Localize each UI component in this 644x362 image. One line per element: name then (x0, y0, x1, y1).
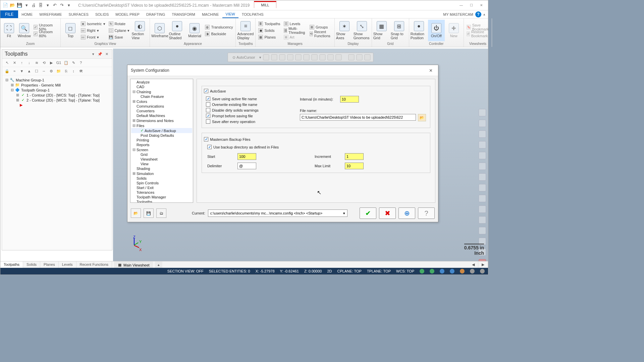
tb-backplot-icon[interactable]: ▶ (48, 60, 54, 66)
interval-input[interactable] (340, 96, 359, 103)
snap-grid-button[interactable]: ⊞Snap to Grid (391, 20, 408, 41)
config-tree[interactable]: Analyze CAD ⊟Chaining Chain Feature ⊞Col… (130, 79, 193, 203)
tb-tri-down-icon[interactable]: ▼ (19, 68, 25, 74)
tb-select-icon[interactable]: ↖ (4, 60, 10, 66)
status-wcs[interactable]: WCS: TOP (396, 269, 414, 273)
onoff-button[interactable]: ⏻On/Off (428, 20, 445, 41)
ac-btn-3[interactable] (279, 54, 285, 60)
saveas-config-button[interactable]: 🗂 (156, 208, 166, 218)
ac-btn-9[interactable] (328, 54, 334, 60)
backup-usedir-checkbox[interactable] (207, 145, 212, 149)
overwrite-checkbox[interactable] (206, 102, 210, 107)
menu-modelprep[interactable]: MODEL PREP (112, 10, 143, 18)
status-section[interactable]: SECTION VIEW: OFF (167, 269, 204, 273)
save-bookmark-button[interactable]: 🔖Save Bookmark (465, 24, 491, 30)
qat-new-icon[interactable]: 📄 (2, 2, 8, 8)
tb-insert-icon[interactable]: ⎘ (63, 68, 69, 74)
rotate-button[interactable]: ↻Rotate (107, 21, 131, 27)
panel-dropdown-icon[interactable]: ▾ (91, 51, 96, 57)
save-active-checkbox[interactable] (206, 97, 210, 101)
tab-solids[interactable]: Solids (23, 261, 40, 268)
increment-input[interactable] (345, 153, 364, 160)
tb-deselect-icon[interactable]: ✕ (11, 60, 17, 66)
qat-more-icon[interactable]: ▾ (45, 2, 51, 8)
status-cplane[interactable]: CPLANE: TOP (337, 269, 362, 273)
ac-btn-12[interactable] (357, 54, 363, 60)
ac-btn-6[interactable] (304, 54, 310, 60)
browse-button[interactable]: 📂 (418, 114, 426, 121)
save-view-button[interactable]: 💾Save (107, 34, 131, 40)
ac-btn-2[interactable] (271, 54, 277, 60)
panel-close-icon[interactable]: ✕ (104, 51, 109, 57)
apply-button[interactable]: ⊕ (398, 207, 415, 219)
tb-tri-up-icon[interactable]: ▲ (26, 68, 32, 74)
outline-shaded-button[interactable]: ●Outline Shaded (169, 20, 185, 41)
tb-edit-icon[interactable]: ✎ (70, 60, 76, 66)
ac-btn-10[interactable] (336, 54, 342, 60)
ac-btn-7[interactable] (312, 54, 318, 60)
tb-lock-icon[interactable]: 🔒 (4, 68, 10, 74)
isometric-button[interactable]: ◈Isometric▾ (79, 21, 107, 27)
menu-solids[interactable]: SOLIDS (92, 10, 112, 18)
tab-levels[interactable]: Levels (59, 261, 76, 268)
menu-wireframe[interactable]: WIREFRAME (36, 10, 65, 18)
qat-autosave-icon[interactable]: 🗄 (38, 2, 44, 8)
status-tplane[interactable]: TPLANE: TOP (367, 269, 391, 273)
tb-slide-icon[interactable]: ↔ (41, 68, 47, 74)
help-icon[interactable]: ? (475, 11, 481, 17)
show-grid-button[interactable]: ▦Show Grid (373, 20, 390, 41)
gutter-5[interactable] (479, 152, 486, 159)
mgr-solids-button[interactable]: ◼Solids (257, 27, 281, 34)
cplane-button[interactable]: ⬚Cplane▾ (107, 27, 131, 34)
dialog-close-button[interactable]: ✕ (427, 67, 435, 74)
ac-btn-5[interactable] (296, 54, 302, 60)
status-dim[interactable]: 2D (327, 269, 332, 273)
top-view-button[interactable]: ◻Top (62, 20, 79, 41)
save-after-checkbox[interactable] (206, 119, 210, 124)
context-tab-mill[interactable]: MILL (254, 1, 276, 8)
right-view-button[interactable]: ▭Right▾ (79, 27, 107, 34)
qat-undo-icon[interactable]: ↶ (52, 2, 58, 8)
sb-icon-3[interactable] (440, 269, 444, 274)
sb-icon-4[interactable] (450, 269, 454, 274)
help-button[interactable]: ? (418, 207, 435, 219)
window-zoom-button[interactable]: 🔍Window (17, 20, 31, 41)
menu-home[interactable]: HOME (18, 10, 36, 18)
gutter-2[interactable] (479, 120, 486, 127)
close-button[interactable]: ✕ (477, 2, 486, 9)
qat-open-icon[interactable]: 📂 (9, 2, 15, 8)
tb-up-icon[interactable]: ↑ (19, 60, 25, 66)
minimize-button[interactable]: — (457, 2, 466, 9)
sb-icon-5[interactable] (460, 269, 465, 274)
translucency-button[interactable]: ◍Translucency (204, 24, 234, 30)
tb-options-icon[interactable]: ⚙ (48, 68, 54, 74)
tb-display-icon[interactable]: ≈ (11, 68, 17, 74)
gutter-3[interactable] (479, 130, 486, 138)
qat-print-icon[interactable]: 🖨 (31, 2, 37, 8)
tb-post-icon[interactable]: 📋 (63, 60, 69, 66)
disable-dirty-checkbox[interactable] (206, 108, 210, 112)
gutter-9[interactable] (479, 195, 486, 202)
tree-autosave-backup[interactable]: ✓AutoSave / Backup (131, 128, 192, 133)
gutter-4[interactable] (479, 141, 486, 148)
ribbon-collapse-icon[interactable]: ▴ (483, 12, 485, 16)
menu-file[interactable]: FILE (0, 10, 18, 18)
gutter-8[interactable] (479, 184, 486, 191)
gutter-add-icon[interactable] (479, 109, 486, 116)
ac-btn-11[interactable] (348, 54, 355, 60)
tb-tool-icon[interactable]: 🛠 (78, 68, 84, 74)
rotation-position-button[interactable]: ●Rotation Position (411, 20, 427, 41)
gutter-7[interactable] (479, 173, 486, 181)
mgr-recent-button[interactable]: ⟲Recent Functions (308, 31, 333, 37)
tree-toolpath-group[interactable]: Toolpath Group-1 (21, 88, 50, 92)
unzoom-80-button[interactable]: ⤢Unzoom 80% (32, 31, 59, 37)
tb-help-icon[interactable]: ? (78, 60, 84, 66)
start-input[interactable] (237, 153, 256, 160)
backside-button[interactable]: ◑Backside (204, 31, 234, 37)
menu-toolpaths[interactable]: TOOLPATHS (238, 10, 267, 18)
autosave-checkbox[interactable] (204, 89, 208, 93)
sb-icon-6[interactable] (470, 269, 475, 274)
show-gnomons-button[interactable]: ⤡Show Gnomons (354, 20, 370, 41)
tb-box-icon[interactable]: ☐ (34, 68, 40, 74)
mgr-levels-button[interactable]: ☰Levels (282, 21, 308, 27)
